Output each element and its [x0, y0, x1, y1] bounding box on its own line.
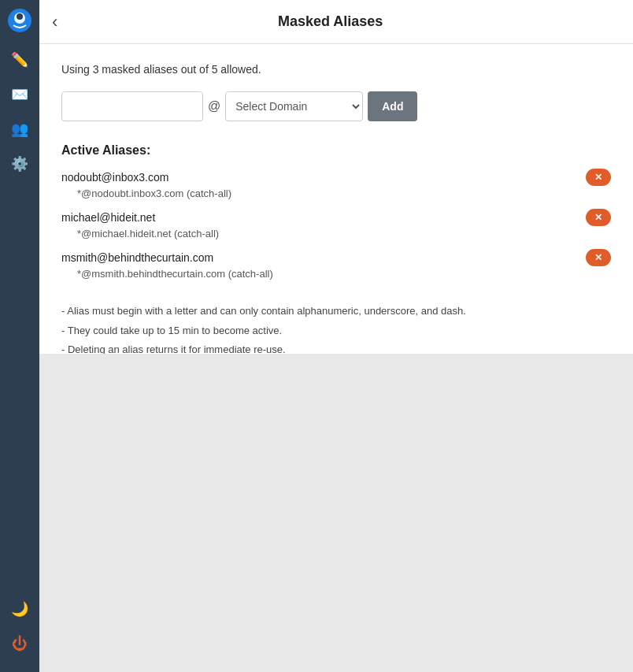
alias-email-0: nodoubt@inbox3.com: [61, 171, 168, 184]
alias-email-1: michael@hideit.net: [61, 211, 155, 224]
at-symbol: @: [208, 99, 220, 113]
delete-button-2[interactable]: ✕: [586, 249, 611, 266]
alias-input[interactable]: [61, 91, 203, 121]
aliases-list: nodoubt@inbox3.com ✕ *@nodoubt.inbox3.co…: [61, 169, 611, 280]
usage-text: Using 3 masked aliases out of 5 allowed.: [61, 63, 611, 76]
alias-item-1: michael@hideit.net ✕ *@michael.hideit.ne…: [61, 209, 611, 239]
edit-icon: ✏️: [11, 51, 28, 69]
content-area: Using 3 masked aliases out of 5 allowed.…: [39, 44, 633, 354]
header: ‹ Masked Aliases: [39, 0, 633, 44]
back-button[interactable]: ‹: [52, 13, 57, 31]
alias-email-2: msmith@behindthecurtain.com: [61, 251, 213, 264]
info-notes: - Alias must begin with a letter and can…: [61, 302, 611, 354]
alias-main-row-0: nodoubt@inbox3.com ✕: [61, 169, 611, 186]
sidebar: ✏️ ✉️ 👥 ⚙️ 🌙 ⏻: [0, 0, 39, 672]
power-icon: ⏻: [12, 635, 28, 653]
x-icon-2: ✕: [594, 252, 602, 263]
sidebar-item-logout[interactable]: ⏻: [4, 628, 35, 659]
alias-catch-0: *@nodoubt.inbox3.com (catch-all): [61, 187, 611, 199]
alias-item-2: msmith@behindthecurtain.com ✕ *@msmith.b…: [61, 249, 611, 280]
delete-button-0[interactable]: ✕: [586, 169, 611, 186]
info-line-2: - They could take up to 15 min to become…: [61, 321, 611, 341]
alias-catch-2: *@msmith.behindthecurtain.com (catch-all…: [61, 268, 611, 280]
group-icon: 👥: [11, 121, 28, 138]
bottom-gray-area: [39, 354, 633, 401]
main-panel: ‹ Masked Aliases Using 3 masked aliases …: [39, 0, 633, 672]
alias-main-row-2: msmith@behindthecurtain.com ✕: [61, 249, 611, 266]
x-icon-0: ✕: [594, 172, 602, 183]
settings-icon: ⚙️: [11, 155, 28, 173]
gray-section: [39, 401, 633, 673]
sidebar-item-darkmode[interactable]: 🌙: [4, 593, 35, 625]
moon-icon: 🌙: [11, 600, 28, 618]
mail-icon: ✉️: [11, 86, 28, 103]
sidebar-bottom: 🌙 ⏻: [4, 593, 35, 666]
add-alias-row: @ Select Domain inbox3.com hideit.net be…: [61, 91, 611, 121]
sidebar-item-edit[interactable]: ✏️: [4, 44, 35, 76]
page-title: Masked Aliases: [67, 13, 594, 30]
domain-select[interactable]: Select Domain inbox3.com hideit.net behi…: [225, 91, 363, 121]
info-line-1: - Alias must begin with a letter and can…: [61, 302, 611, 321]
app-logo: [6, 6, 34, 35]
sidebar-item-mail[interactable]: ✉️: [4, 79, 35, 110]
alias-item-0: nodoubt@inbox3.com ✕ *@nodoubt.inbox3.co…: [61, 169, 611, 199]
alias-catch-1: *@michael.hideit.net (catch-all): [61, 228, 611, 239]
svg-point-2: [17, 13, 23, 20]
sidebar-item-group[interactable]: 👥: [4, 113, 35, 145]
add-button[interactable]: Add: [368, 91, 417, 121]
sidebar-item-settings[interactable]: ⚙️: [4, 148, 35, 180]
info-line-3: - Deleting an alias returns it for immed…: [61, 340, 611, 353]
x-icon-1: ✕: [594, 212, 602, 223]
alias-main-row-1: michael@hideit.net ✕: [61, 209, 611, 226]
delete-button-1[interactable]: ✕: [586, 209, 611, 226]
active-aliases-title: Active Aliases:: [61, 143, 611, 158]
